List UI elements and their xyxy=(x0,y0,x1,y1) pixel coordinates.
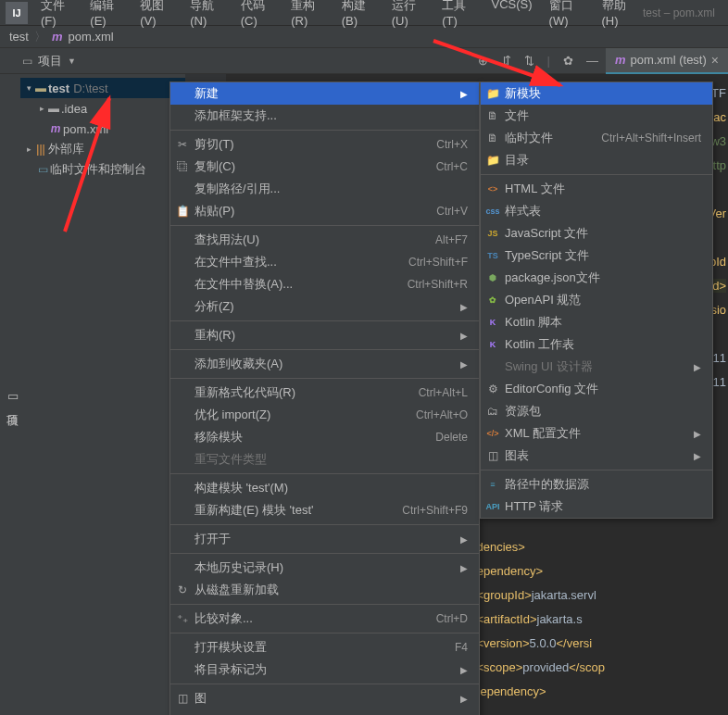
side-tool-tab[interactable]: ▭ 项目 xyxy=(0,74,20,715)
menu-item[interactable]: 本地历史记录(H)▶ xyxy=(170,557,479,579)
menu-item[interactable]: ⚙EditorConfig 文件 xyxy=(481,378,712,400)
menu-item[interactable]: 查找用法(U)Alt+F7 xyxy=(170,229,479,251)
menu-item[interactable]: KKotlin 工作表 xyxy=(481,333,712,356)
menu-item[interactable]: 在文件中查找...Ctrl+Shift+F xyxy=(170,251,479,273)
menu-help[interactable]: 帮助(H) xyxy=(595,0,644,28)
menu-item[interactable]: 重新格式化代码(R)Ctrl+Alt+L xyxy=(170,382,479,404)
menu-item[interactable]: 重构(R)▶ xyxy=(170,324,479,346)
menu-item[interactable]: 复制路径/引用... xyxy=(170,178,479,200)
menu-file[interactable]: 文件(F) xyxy=(33,0,81,28)
editor-tab[interactable]: m pom.xml (test) × xyxy=(606,48,728,74)
menu-item-label: 文件 xyxy=(505,107,701,124)
menu-run[interactable]: 运行(U) xyxy=(384,0,433,28)
expand-arrow-icon[interactable]: ▸ xyxy=(37,104,46,113)
menu-item[interactable]: 打开于▶ xyxy=(170,528,479,550)
menu-item[interactable]: 打开模块设置F4 xyxy=(170,636,479,659)
menu-item[interactable]: APIHTTP 请求 xyxy=(481,495,712,518)
tree-idea[interactable]: ▸ ▬ .idea xyxy=(20,98,185,119)
submenu-arrow-icon: ▶ xyxy=(460,89,468,99)
menu-item[interactable]: mMaven▶ xyxy=(170,709,479,715)
menu-build[interactable]: 构建(B) xyxy=(334,0,383,28)
menu-item[interactable]: 重新构建(E) 模块 'test'Ctrl+Shift+F9 xyxy=(170,499,479,521)
menu-item[interactable]: </>XML 配置文件▶ xyxy=(481,422,712,445)
menu-separator xyxy=(170,378,479,379)
tree-root[interactable]: ▾ ▬ test D:\test xyxy=(20,78,185,98)
expand-icon[interactable]: ⇵ xyxy=(501,54,511,68)
menu-item[interactable]: 移除模块Delete xyxy=(170,426,479,448)
menu-refactor[interactable]: 重构(R) xyxy=(283,0,333,28)
menu-item-label: 在文件中替换(A)... xyxy=(195,276,385,293)
menu-item[interactable]: KKotlin 脚本 xyxy=(481,311,712,333)
menu-item-shortcut: Ctrl+Shift+F9 xyxy=(402,504,468,517)
menu-item[interactable]: 📁目录 xyxy=(481,149,712,171)
menu-item[interactable]: ↻从磁盘重新加载 xyxy=(170,579,479,601)
menu-item[interactable]: ⬢package.json文件 xyxy=(481,267,712,289)
breadcrumb-file[interactable]: pom.xml xyxy=(69,30,114,44)
menu-item-label: 在文件中查找... xyxy=(195,254,386,270)
menu-item[interactable]: ◫图表▶ xyxy=(481,445,712,467)
settings-icon[interactable]: ✿ xyxy=(563,54,573,68)
menu-separator xyxy=(170,320,479,321)
menu-tools[interactable]: 工具(T) xyxy=(434,0,482,28)
menu-item-icon: 🗎 xyxy=(481,109,505,122)
maven-icon: m xyxy=(52,30,63,44)
tree-external-libs[interactable]: ▸ ||| 外部库 xyxy=(20,139,185,159)
menu-item[interactable]: ✂剪切(T)Ctrl+X xyxy=(170,133,479,156)
menu-item[interactable]: 新建▶ xyxy=(170,82,479,105)
menu-view[interactable]: 视图(V) xyxy=(132,0,181,28)
menu-item[interactable]: 在文件中替换(A)...Ctrl+Shift+R xyxy=(170,273,479,295)
maven-icon: m xyxy=(48,122,63,135)
menu-window[interactable]: 窗口(W) xyxy=(542,0,593,28)
collapse-icon[interactable]: ⇅ xyxy=(524,54,534,68)
menu-separator xyxy=(481,174,712,175)
menu-item[interactable]: 分析(Z)▶ xyxy=(170,295,479,318)
menu-item[interactable]: 添加到收藏夹(A)▶ xyxy=(170,353,479,375)
project-tool-label[interactable]: 项目 xyxy=(38,53,62,69)
menu-item[interactable]: 优化 import(Z)Ctrl+Alt+O xyxy=(170,404,479,426)
menu-item[interactable]: ⿻复制(C)Ctrl+C xyxy=(170,156,479,178)
menu-item[interactable]: 添加框架支持... xyxy=(170,105,479,127)
menu-item-label: 路径中的数据源 xyxy=(505,476,701,493)
target-icon[interactable]: ⊕ xyxy=(478,54,488,68)
menu-item[interactable]: css样式表 xyxy=(481,200,712,222)
menu-item[interactable]: 📁新模块 xyxy=(481,82,712,105)
expand-arrow-icon[interactable]: ▸ xyxy=(24,144,33,154)
submenu-arrow-icon: ▶ xyxy=(694,362,701,372)
menu-item[interactable]: 构建模块 'test'(M) xyxy=(170,477,479,499)
submenu-arrow-icon: ▶ xyxy=(694,451,701,461)
menu-item[interactable]: ≡路径中的数据源 xyxy=(481,473,712,495)
breadcrumb-project[interactable]: test xyxy=(9,30,29,44)
submenu-arrow-icon: ▶ xyxy=(460,665,468,675)
menu-navigate[interactable]: 导航(N) xyxy=(182,0,232,28)
menu-item[interactable]: 🗎临时文件Ctrl+Alt+Shift+Insert xyxy=(481,127,712,149)
expand-arrow-icon[interactable]: ▾ xyxy=(24,83,33,93)
menu-item[interactable]: JSJavaScript 文件 xyxy=(481,222,712,245)
menu-item-icon: ⬢ xyxy=(481,273,505,282)
menu-item[interactable]: ✿OpenAPI 规范 xyxy=(481,289,712,311)
menu-item[interactable]: ⁺₊比较对象...Ctrl+D xyxy=(170,608,479,630)
scratch-icon: ▭ xyxy=(35,163,50,176)
menu-item[interactable]: 🗂资源包 xyxy=(481,400,712,422)
tree-scratches[interactable]: ▭ 临时文件和控制台 xyxy=(20,159,185,180)
tree-pom[interactable]: m pom.xml xyxy=(20,119,185,139)
menu-item: 重写文件类型 xyxy=(170,448,479,470)
tab-close-icon[interactable]: × xyxy=(711,53,719,68)
menu-vcs[interactable]: VCS(S) xyxy=(484,0,540,28)
menu-edit[interactable]: 编辑(E) xyxy=(82,0,131,28)
menu-item-shortcut: Delete xyxy=(435,431,468,444)
menu-item-label: Kotlin 工作表 xyxy=(505,336,701,353)
menu-separator xyxy=(170,473,479,474)
menu-separator xyxy=(170,633,479,633)
hide-icon[interactable]: — xyxy=(586,54,598,68)
main-menu: 文件(F) 编辑(E) 视图(V) 导航(N) 代码(C) 重构(R) 构建(B… xyxy=(33,0,643,28)
project-dropdown-icon[interactable]: ▼ xyxy=(68,56,76,66)
menu-item[interactable]: TSTypeScript 文件 xyxy=(481,245,712,267)
menu-item[interactable]: 将目录标记为▶ xyxy=(170,659,479,681)
menu-separator xyxy=(170,130,479,131)
menu-code[interactable]: 代码(C) xyxy=(233,0,282,28)
menu-item[interactable]: 📋粘贴(P)Ctrl+V xyxy=(170,200,479,222)
menu-item[interactable]: 🗎文件 xyxy=(481,105,712,127)
menu-item[interactable]: <>HTML 文件 xyxy=(481,178,712,200)
menu-item[interactable]: ◫图▶ xyxy=(170,687,479,709)
menu-item: Swing UI 设计器▶ xyxy=(481,356,712,378)
